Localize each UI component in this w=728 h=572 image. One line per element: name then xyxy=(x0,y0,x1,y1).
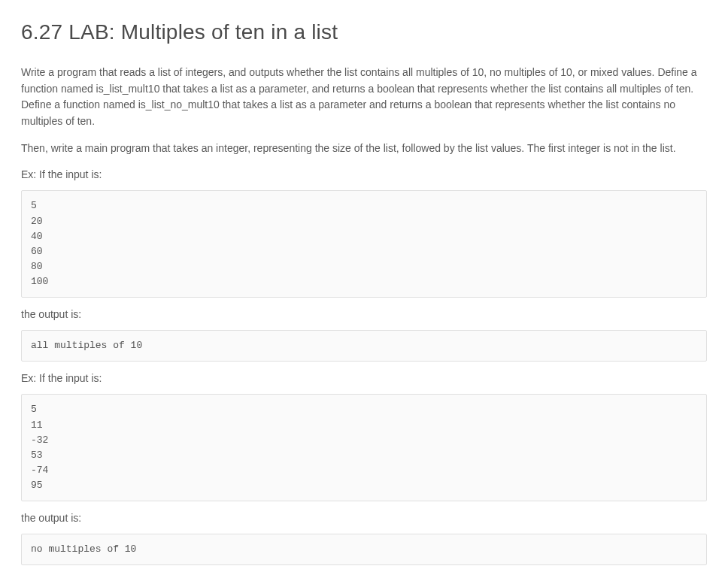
main-program-paragraph: Then, write a main program that takes an… xyxy=(21,141,707,157)
output-label-1: the output is: xyxy=(21,307,707,322)
code-output-2: no multiples of 10 xyxy=(21,534,707,565)
example-input-label-1: Ex: If the input is: xyxy=(21,167,707,183)
page-title: 6.27 LAB: Multiples of ten in a list xyxy=(21,17,707,48)
code-input-2: 5 11 -32 53 -74 95 xyxy=(21,394,707,501)
intro-paragraph: Write a program that reads a list of int… xyxy=(21,65,707,130)
code-input-1: 5 20 40 60 80 100 xyxy=(21,190,707,298)
output-label-2: the output is: xyxy=(21,510,707,526)
code-output-1: all multiples of 10 xyxy=(21,330,707,362)
example-input-label-2: Ex: If the input is: xyxy=(21,371,707,386)
